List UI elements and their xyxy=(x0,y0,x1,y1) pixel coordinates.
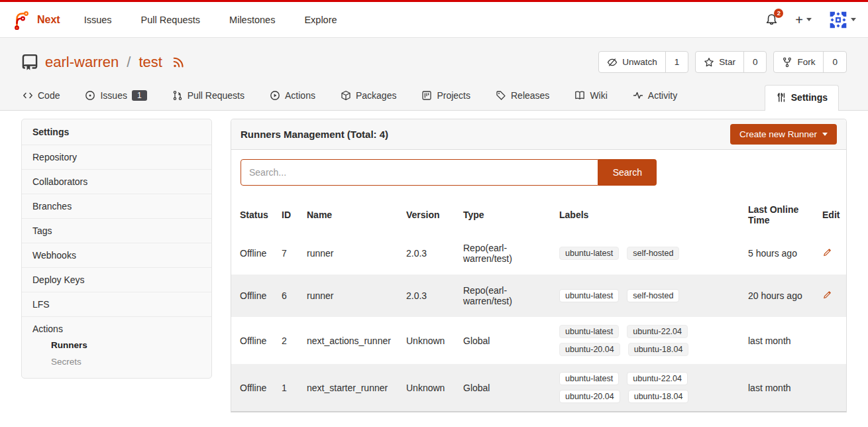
unwatch-button[interactable]: Unwatch xyxy=(599,52,665,72)
label-badge: self-hosted xyxy=(627,289,679,302)
label-badge: ubuntu-18.04 xyxy=(628,343,689,356)
issue-icon xyxy=(85,90,95,101)
runner-id: 7 xyxy=(276,232,301,274)
nav-link-issues[interactable]: Issues xyxy=(84,15,112,25)
runner-labels: ubuntu-latest self-hosted xyxy=(559,289,737,302)
fork-button[interactable]: Fork xyxy=(774,52,823,72)
watchers-count[interactable]: 1 xyxy=(665,52,688,72)
package-icon xyxy=(341,90,351,101)
sidebar-item-lfs[interactable]: LFS xyxy=(22,292,211,317)
settings-sidebar: Settings Repository Collaborators Branch… xyxy=(21,119,212,379)
tab-label: Packages xyxy=(356,90,396,101)
forgejo-logo-icon xyxy=(12,10,30,30)
nav-link-pull-requests[interactable]: Pull Requests xyxy=(141,15,200,25)
runner-id: 2 xyxy=(276,317,301,364)
issues-count-badge: 1 xyxy=(132,90,147,101)
runner-last-online: last month xyxy=(743,317,817,364)
fork-label: Fork xyxy=(797,57,815,67)
col-id: ID xyxy=(276,198,301,232)
runner-status: Offline xyxy=(231,317,276,364)
table-header-row: Status ID Name Version Type Labels Last … xyxy=(231,198,846,232)
runner-status: Offline xyxy=(231,364,276,411)
repo-owner-link[interactable]: earl-warren xyxy=(45,54,119,71)
create-new-dropdown[interactable]: + xyxy=(795,13,812,27)
play-circle-icon xyxy=(270,90,280,101)
nav-link-milestones[interactable]: Milestones xyxy=(229,15,275,25)
tab-label: Settings xyxy=(791,92,828,103)
code-icon xyxy=(23,90,33,101)
book-icon xyxy=(574,90,585,101)
col-last-online: Last Online Time xyxy=(743,198,817,232)
star-label: Star xyxy=(719,57,735,67)
runner-id: 6 xyxy=(276,274,301,317)
tab-label: Activity xyxy=(648,90,677,101)
sidebar-subitem-secrets[interactable]: Secrets xyxy=(43,353,201,370)
sidebar-item-webhooks[interactable]: Webhooks xyxy=(22,243,211,268)
runner-labels: ubuntu-latest self-hosted xyxy=(559,247,737,260)
nav-link-explore[interactable]: Explore xyxy=(304,15,337,25)
sidebar-item-collaborators[interactable]: Collaborators xyxy=(22,170,211,194)
runner-version: Unknown xyxy=(401,364,458,411)
col-name: Name xyxy=(301,198,401,232)
fork-button-group: Fork 0 xyxy=(773,51,847,73)
star-button-group: Star 0 xyxy=(695,51,767,73)
unwatch-label: Unwatch xyxy=(622,57,657,67)
col-labels: Labels xyxy=(554,198,743,232)
tab-code[interactable]: Code xyxy=(21,90,61,110)
tab-packages[interactable]: Packages xyxy=(339,90,398,110)
sidebar-item-actions[interactable]: Actions Runners Secrets xyxy=(22,317,211,378)
col-edit: Edit xyxy=(817,198,846,232)
tab-label: Pull Requests xyxy=(188,90,244,101)
repo-name-link[interactable]: test xyxy=(138,54,162,71)
tab-pull-requests[interactable]: Pull Requests xyxy=(171,90,246,110)
runner-id: 1 xyxy=(276,364,301,411)
create-new-runner-button[interactable]: Create new Runner xyxy=(730,124,837,145)
search-button[interactable]: Search xyxy=(598,159,657,186)
runner-status: Offline xyxy=(231,232,276,274)
col-version: Version xyxy=(401,198,458,232)
search-input[interactable] xyxy=(241,159,598,186)
sidebar-item-branches[interactable]: Branches xyxy=(22,194,211,219)
runner-version: 2.0.3 xyxy=(401,274,458,317)
user-menu-dropdown[interactable] xyxy=(829,11,856,29)
edit-runner-button[interactable] xyxy=(822,290,832,300)
pull-request-icon xyxy=(172,90,183,101)
tab-wiki[interactable]: Wiki xyxy=(573,90,608,110)
tab-label: Releases xyxy=(511,90,549,101)
chevron-down-icon xyxy=(851,18,856,21)
fork-icon xyxy=(782,57,792,68)
edit-runner-button[interactable] xyxy=(822,247,832,257)
tab-label: Code xyxy=(38,90,60,101)
sidebar-item-tags[interactable]: Tags xyxy=(22,219,211,243)
rss-icon[interactable] xyxy=(172,56,185,69)
col-type: Type xyxy=(458,198,554,232)
sidebar-item-deploy-keys[interactable]: Deploy Keys xyxy=(22,268,211,292)
repo-title: earl-warren / test xyxy=(21,53,185,72)
pulse-icon xyxy=(633,90,643,101)
runner-version: 2.0.3 xyxy=(401,232,458,274)
runner-name: runner xyxy=(301,274,401,317)
label-badge: ubuntu-latest xyxy=(559,247,619,260)
navbar: Next Issues Pull Requests Milestones Exp… xyxy=(0,2,868,38)
label-badge: ubuntu-latest xyxy=(559,289,619,302)
tab-activity[interactable]: Activity xyxy=(631,90,678,110)
forks-count[interactable]: 0 xyxy=(823,52,846,72)
chevron-down-icon xyxy=(822,133,828,136)
forgejo-logo-link[interactable]: Next xyxy=(12,10,60,30)
table-row: Offline 2 next_actions_runner Unknown Gl… xyxy=(231,317,846,364)
sidebar-subitem-runners[interactable]: Runners xyxy=(43,337,201,353)
tab-projects[interactable]: Projects xyxy=(420,90,472,110)
tab-releases[interactable]: Releases xyxy=(494,90,551,110)
eye-slash-icon xyxy=(607,57,618,68)
stars-count[interactable]: 0 xyxy=(743,52,767,72)
avatar xyxy=(829,11,847,29)
tab-label: Actions xyxy=(285,90,315,101)
tab-settings[interactable]: Settings xyxy=(765,85,839,111)
tab-actions[interactable]: Actions xyxy=(268,90,317,110)
tab-issues[interactable]: Issues 1 xyxy=(83,90,148,110)
star-button[interactable]: Star xyxy=(696,52,743,72)
notifications-button[interactable]: 2 xyxy=(765,13,778,27)
sidebar-item-repository[interactable]: Repository xyxy=(22,145,211,170)
panel-header: Runners Management (Total: 4) Create new… xyxy=(231,119,846,150)
tools-icon xyxy=(776,92,787,103)
